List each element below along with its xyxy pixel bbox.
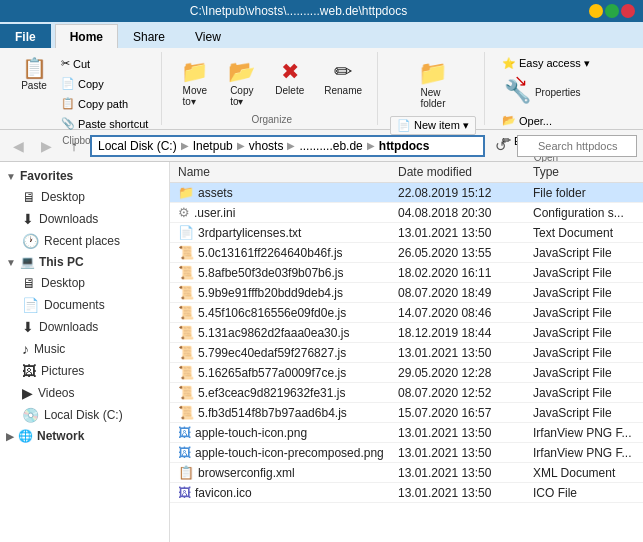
tab-share[interactable]: Share — [118, 24, 180, 48]
file-name-cell: 🖼 apple-touch-icon.png — [170, 423, 390, 443]
nav-pictures-pc[interactable]: 🖼 Pictures — [0, 360, 169, 382]
table-row[interactable]: 📜 5.9b9e91fffb20bdd9deb4.js 08.07.2020 1… — [170, 283, 643, 303]
organize-buttons: 📁 Moveto▾ 📂 Copyto▾ ✖ Delete ✏ Rename — [174, 54, 369, 112]
file-table-header: Name Date modified Type — [170, 162, 643, 183]
table-row[interactable]: 📜 5.45f106c816556e09fd0e.js 14.07.2020 0… — [170, 303, 643, 323]
nav-desktop-favorites[interactable]: 🖥 Desktop — [0, 186, 169, 208]
properties-button[interactable]: 🔧 ↘ Properties — [497, 74, 595, 110]
nav-downloads-pc[interactable]: ⬇ Downloads — [0, 316, 169, 338]
network-header[interactable]: ▶ 🌐 Network — [0, 426, 169, 446]
file-name-cell: 📜 5.45f106c816556e09fd0e.js — [170, 303, 390, 323]
file-modified: 13.01.2021 13:50 — [390, 343, 525, 363]
up-button[interactable]: ↑ — [62, 135, 86, 157]
table-row[interactable]: 📜 5.16265afb577a0009f7ce.js 29.05.2020 1… — [170, 363, 643, 383]
new-folder-button[interactable]: 📁 Newfolder — [411, 54, 455, 114]
table-row[interactable]: 🖼 apple-touch-icon.png 13.01.2021 13:50 … — [170, 423, 643, 443]
path-inetpub[interactable]: Inetpub — [193, 139, 233, 153]
table-row[interactable]: 🖼 favicon.ico 13.01.2021 13:50 ICO File — [170, 483, 643, 503]
properties-icon: 🔧 — [504, 79, 531, 104]
table-row[interactable]: 📜 5.799ec40edaf59f276827.js 13.01.2021 1… — [170, 343, 643, 363]
search-wrapper: 🔍 — [517, 135, 637, 157]
back-button[interactable]: ◀ — [6, 135, 30, 157]
clipboard-group: 📋 Paste ✂ Cut 📄 Copy 📋 Copy path 📎 — [6, 52, 162, 125]
maximize-btn[interactable] — [605, 4, 619, 18]
file-icon: 📜 — [178, 265, 194, 280]
nav-videos-pc[interactable]: ▶ Videos — [0, 382, 169, 404]
file-table: Name Date modified Type 📁 assets 22.08.2… — [170, 162, 643, 503]
move-to-button[interactable]: 📁 Moveto▾ — [174, 54, 215, 112]
new-buttons: 📁 Newfolder 📄 New item ▾ — [390, 54, 476, 135]
table-row[interactable]: 📜 5.8afbe50f3de03f9b07b6.js 18.02.2020 1… — [170, 263, 643, 283]
nav-desktop-pc[interactable]: 🖥 Desktop — [0, 272, 169, 294]
easy-access-icon: ⭐ — [502, 57, 516, 70]
copy-path-button[interactable]: 📋 Copy path — [56, 94, 153, 113]
table-row[interactable]: 📜 5.ef3ceac9d8219632fe31.js 08.07.2020 1… — [170, 383, 643, 403]
path-domain[interactable]: ..........eb.de — [299, 139, 362, 153]
file-name: 5.799ec40edaf59f276827.js — [198, 346, 346, 360]
easy-access-button[interactable]: ⭐ Easy access ▾ — [497, 54, 595, 73]
file-type: ICO File — [525, 483, 643, 503]
cut-button[interactable]: ✂ Cut — [56, 54, 153, 73]
paste-shortcut-button[interactable]: 📎 Paste shortcut — [56, 114, 153, 133]
nav-music-pc[interactable]: ♪ Music — [0, 338, 169, 360]
delete-icon: ✖ — [281, 59, 299, 85]
paste-button[interactable]: 📋 Paste — [14, 54, 54, 95]
file-name-cell: 📜 5.8afbe50f3de03f9b07b6.js — [170, 263, 390, 283]
nav-recent-places[interactable]: 🕐 Recent places — [0, 230, 169, 252]
table-row[interactable]: 📜 5.fb3d514f8b7b97aad6b4.js 15.07.2020 1… — [170, 403, 643, 423]
table-row[interactable]: 📁 assets 22.08.2019 15:12 File folder — [170, 183, 643, 203]
thispc-header[interactable]: ▼ 💻 This PC — [0, 252, 169, 272]
table-row[interactable]: 📋 browserconfig.xml 13.01.2021 13:50 XML… — [170, 463, 643, 483]
tab-file[interactable]: File — [0, 24, 51, 48]
file-icon: 📜 — [178, 405, 194, 420]
table-row[interactable]: 📜 5.0c13161ff2264640b46f.js 26.05.2020 1… — [170, 243, 643, 263]
file-modified: 15.07.2020 16:57 — [390, 403, 525, 423]
open-icon: 📂 — [502, 114, 516, 127]
path-httpdocs[interactable]: httpdocs — [379, 139, 430, 153]
tab-home[interactable]: Home — [55, 24, 118, 48]
file-icon: 📄 — [178, 225, 194, 240]
table-row[interactable]: 📄 3rdpartylicenses.txt 13.01.2021 13:50 … — [170, 223, 643, 243]
rename-button[interactable]: ✏ Rename — [317, 54, 369, 112]
column-name[interactable]: Name — [170, 162, 390, 183]
table-row[interactable]: ⚙ .user.ini 04.08.2018 20:30 Configurati… — [170, 203, 643, 223]
open-button[interactable]: 📂 Oper... — [497, 111, 595, 130]
thispc-label: This PC — [39, 255, 84, 269]
file-icon: 📜 — [178, 305, 194, 320]
table-row[interactable]: 🖼 apple-touch-icon-precomposed.png 13.01… — [170, 443, 643, 463]
copy-to-button[interactable]: 📂 Copyto▾ — [221, 54, 262, 112]
path-vhosts[interactable]: vhosts — [249, 139, 284, 153]
copy-icon: 📄 — [61, 77, 75, 90]
file-name-cell: 📜 5.ef3ceac9d8219632fe31.js — [170, 383, 390, 403]
paste-shortcut-icon: 📎 — [61, 117, 75, 130]
desktop-pc-icon: 🖥 — [22, 275, 36, 291]
new-folder-icon: 📁 — [418, 59, 448, 87]
file-icon: 📁 — [178, 185, 194, 200]
tab-view[interactable]: View — [180, 24, 236, 48]
address-path[interactable]: Local Disk (C:) ▶ Inetpub ▶ vhosts ▶ ...… — [90, 135, 485, 157]
file-name: 5.45f106c816556e09fd0e.js — [198, 306, 346, 320]
nav-documents-pc[interactable]: 📄 Documents — [0, 294, 169, 316]
pictures-icon: 🖼 — [22, 363, 36, 379]
favorites-header[interactable]: ▼ Favorites — [0, 166, 169, 186]
close-btn[interactable] — [621, 4, 635, 18]
new-item-button[interactable]: 📄 New item ▾ — [390, 116, 476, 135]
table-row[interactable]: 📜 5.131ac9862d2faaa0ea30.js 18.12.2019 1… — [170, 323, 643, 343]
move-copy-row: 📁 Moveto▾ 📂 Copyto▾ ✖ Delete ✏ Rename — [174, 54, 369, 112]
file-name-cell: 📄 3rdpartylicenses.txt — [170, 223, 390, 243]
nav-localdisk-pc[interactable]: 💿 Local Disk (C:) — [0, 404, 169, 426]
favorites-label: Favorites — [20, 169, 73, 183]
search-input[interactable] — [517, 135, 637, 157]
file-modified: 18.02.2020 16:11 — [390, 263, 525, 283]
rename-icon: ✏ — [334, 59, 352, 85]
path-localdisk[interactable]: Local Disk (C:) — [98, 139, 177, 153]
nav-downloads-favorites[interactable]: ⬇ Downloads — [0, 208, 169, 230]
title-bar: C:\Inetpub\vhosts\..........web.de\httpd… — [0, 0, 643, 22]
delete-button[interactable]: ✖ Delete — [268, 54, 311, 112]
forward-button[interactable]: ▶ — [34, 135, 58, 157]
minimize-btn[interactable] — [589, 4, 603, 18]
network-label: Network — [37, 429, 84, 443]
column-type[interactable]: Type — [525, 162, 643, 183]
column-modified[interactable]: Date modified — [390, 162, 525, 183]
copy-button[interactable]: 📄 Copy — [56, 74, 153, 93]
